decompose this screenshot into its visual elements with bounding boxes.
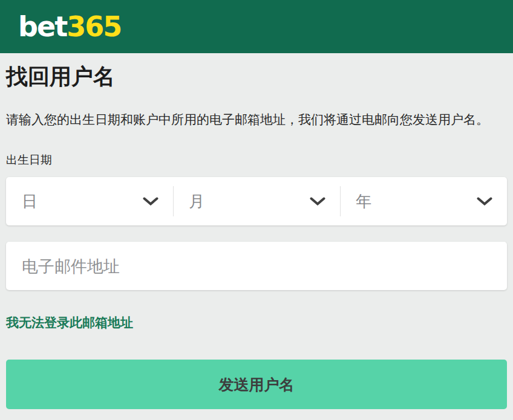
dob-day-label: 日 bbox=[22, 191, 38, 212]
dob-month-label: 月 bbox=[189, 191, 204, 212]
page-title: 找回用户名 bbox=[6, 63, 507, 90]
email-input[interactable] bbox=[6, 242, 507, 290]
dob-month-select[interactable]: 月 bbox=[173, 177, 340, 225]
logo-365-text: 365 bbox=[67, 10, 121, 43]
app-header: bet365 bbox=[0, 0, 513, 53]
bet365-logo[interactable]: bet365 bbox=[18, 13, 121, 40]
dob-year-select[interactable]: 年 bbox=[340, 177, 507, 225]
dob-label: 出生日期 bbox=[6, 152, 507, 168]
cannot-access-email-link[interactable]: 我无法登录此邮箱地址 bbox=[6, 314, 133, 331]
send-username-button[interactable]: 发送用户名 bbox=[6, 360, 507, 409]
chevron-down-icon bbox=[477, 197, 492, 205]
instruction-text: 请输入您的出生日期和账户中所用的电子邮箱地址，我们将通过电邮向您发送用户名。 bbox=[6, 112, 507, 128]
dob-day-select[interactable]: 日 bbox=[6, 177, 173, 225]
logo-bet-text: bet bbox=[18, 10, 67, 43]
main-content: 找回用户名 请输入您的出生日期和账户中所用的电子邮箱地址，我们将通过电邮向您发送… bbox=[0, 63, 513, 409]
dob-year-label: 年 bbox=[356, 191, 371, 212]
dob-select-row: 日 月 年 bbox=[6, 177, 507, 225]
chevron-down-icon bbox=[143, 197, 158, 205]
chevron-down-icon bbox=[310, 197, 325, 205]
